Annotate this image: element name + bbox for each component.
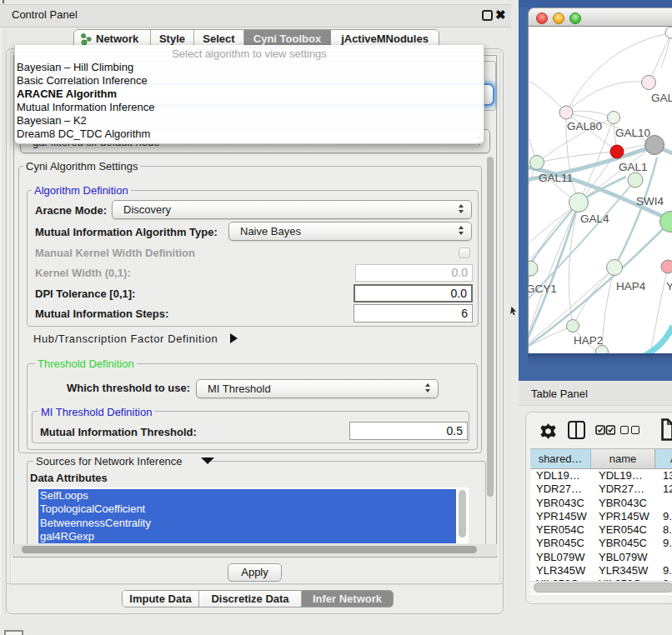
svg-text:GCY1: GCY1 xyxy=(529,282,557,295)
svg-text:GAL11: GAL11 xyxy=(539,172,573,184)
svg-text:GAL80: GAL80 xyxy=(567,120,602,132)
svg-text:SWI4: SWI4 xyxy=(636,195,664,208)
svg-text:GAL10: GAL10 xyxy=(615,127,650,139)
svg-text:HAP2: HAP2 xyxy=(574,334,603,347)
svg-text:GAL: GAL xyxy=(651,92,672,104)
svg-text:GAL4: GAL4 xyxy=(580,212,609,225)
svg-text:HAP4: HAP4 xyxy=(616,280,646,292)
svg-text:Y: Y xyxy=(666,280,672,292)
svg-text:GAL1: GAL1 xyxy=(619,161,648,173)
